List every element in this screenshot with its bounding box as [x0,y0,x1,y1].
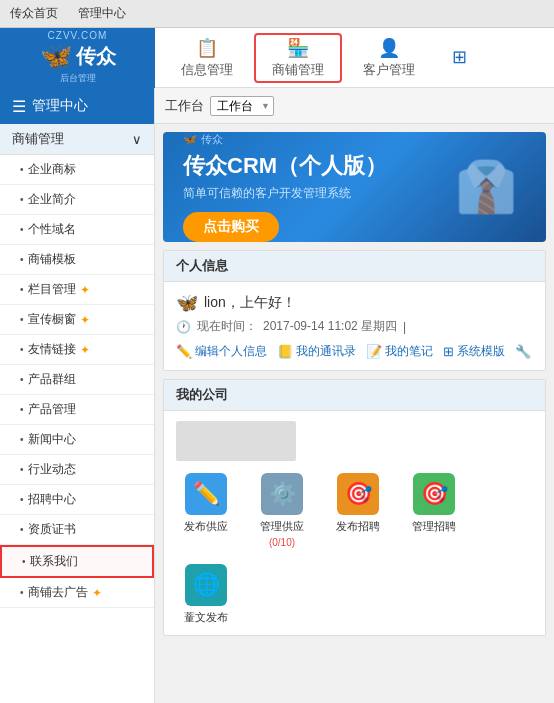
company-logo-placeholder [176,421,296,461]
personal-info-body: 🦋 lion，上午好！ 🕐 现在时间： 2017-09-14 11:02 星期四… [164,282,545,370]
banner-buy-button[interactable]: 点击购买 [183,212,279,242]
toolbar-select[interactable]: 工作台 [210,96,274,116]
addressbook-icon: 📒 [277,344,293,359]
sidebar-item-custom-domain[interactable]: • 个性域名 [0,215,154,245]
quick-action-manage-job[interactable]: 🎯 管理招聘 [404,473,464,548]
top-nav: 传众首页 管理中心 [0,0,554,28]
edit-icon: ✏️ [176,344,192,359]
sidebar-item-news-center[interactable]: • 新闻中心 [0,425,154,455]
star-icon: ✦ [80,343,90,357]
personal-info-header: 个人信息 [164,251,545,282]
bullet-icon: • [20,284,24,295]
sidebar-header: ☰ 管理中心 [0,88,154,124]
greeting-text: lion，上午好！ [204,294,296,312]
toolbar: 工作台 工作台 [155,88,554,124]
bullet-icon: • [20,524,24,535]
time-row: 🕐 现在时间： 2017-09-14 11:02 星期四 | [176,318,533,335]
sidebar-title: 管理中心 [32,97,88,115]
gear-icon: 🔧 [515,344,531,359]
tab-more[interactable]: ⊞ [436,33,483,83]
manage-supply-icon: ⚙️ [261,473,303,515]
logo-area: CZVV.COM 🦋 传众 后台管理 [0,28,155,88]
customer-icon: 👤 [378,37,400,59]
publish-english-icon: 🌐 [185,564,227,606]
tab-info-mgmt[interactable]: 📋 信息管理 [165,33,249,83]
nav-admin[interactable]: 管理中心 [78,5,126,22]
edit-profile-link[interactable]: ✏️ 编辑个人信息 [176,343,267,360]
sidebar-item-company-logo[interactable]: • 企业商标 [0,155,154,185]
company-card: 我的公司 ✏️ 发布供应 ⚙️ 管理供应 (0/10) 🎯 发布招聘 [163,379,546,636]
sidebar-item-qualification[interactable]: • 资质证书 [0,515,154,545]
bullet-icon: • [20,344,24,355]
template-link[interactable]: ⊞ 系统模版 [443,343,505,360]
quick-action-publish-english[interactable]: 🌐 蕫文发布 [176,564,236,624]
sidebar-item-recruit-center[interactable]: • 招聘中心 [0,485,154,515]
main-content: 工作台 工作台 🦋 传众 传众CRM（个人版） 简单可信赖的客户开发管理系统 点… [155,88,554,703]
notes-icon: 📝 [366,344,382,359]
sidebar-item-promo-window[interactable]: • 宣传橱窗 ✦ [0,305,154,335]
quick-action-manage-supply[interactable]: ⚙️ 管理供应 (0/10) [252,473,312,548]
company-card-header: 我的公司 [164,380,545,411]
notes-link[interactable]: 📝 我的笔记 [366,343,433,360]
quick-action-publish-job[interactable]: 🎯 发布招聘 [328,473,388,548]
address-book-link[interactable]: 📒 我的通讯录 [277,343,356,360]
menu-icon: ☰ [12,97,26,116]
more-icon: ⊞ [452,46,467,68]
bullet-icon: • [20,464,24,475]
logo-subtitle: 后台管理 [60,72,96,85]
bullet-icon: • [20,434,24,445]
tab-shop-mgmt[interactable]: 🏪 商铺管理 [254,33,342,83]
info-icon: 📋 [196,37,218,59]
template-icon: ⊞ [443,344,454,359]
star-icon: ✦ [92,586,102,600]
personal-info-card: 个人信息 🦋 lion，上午好！ 🕐 现在时间： 2017-09-14 11:0… [163,250,546,371]
publish-job-icon: 🎯 [337,473,379,515]
sidebar-item-shop-template[interactable]: • 商铺模板 [0,245,154,275]
bullet-icon: • [20,254,24,265]
settings-link[interactable]: 🔧 [515,343,531,360]
bullet-icon: • [20,404,24,415]
header-tabs: 📋 信息管理 🏪 商铺管理 👤 客户管理 ⊞ [155,28,554,87]
shop-icon: 🏪 [287,37,309,59]
bullet-icon: • [20,224,24,235]
company-card-body: ✏️ 发布供应 ⚙️ 管理供应 (0/10) 🎯 发布招聘 🎯 管理招聘 [164,411,545,635]
bullet-icon: • [22,556,26,567]
sidebar-item-column-mgmt[interactable]: • 栏目管理 ✦ [0,275,154,305]
bullet-icon: • [20,194,24,205]
bullet-icon: • [20,314,24,325]
bullet-icon: • [20,374,24,385]
toolbar-select-wrap[interactable]: 工作台 [210,96,274,116]
tab-customer-mgmt[interactable]: 👤 客户管理 [347,33,431,83]
publish-supply-icon: ✏️ [185,473,227,515]
bullet-icon: • [20,164,24,175]
sidebar-item-product-group[interactable]: • 产品群组 [0,365,154,395]
manage-job-icon: 🎯 [413,473,455,515]
sidebar: ☰ 管理中心 商铺管理 ∨ • 企业商标 • 企业简介 • 个性域名 • 商铺模… [0,88,155,703]
toolbar-label: 工作台 [165,97,204,115]
sidebar-item-remove-ads[interactable]: • 商铺去广告 ✦ [0,578,154,608]
bullet-icon: • [20,587,24,598]
nav-home[interactable]: 传众首页 [10,5,58,22]
sidebar-item-company-intro[interactable]: • 企业简介 [0,185,154,215]
sidebar-section-shop[interactable]: 商铺管理 ∨ [0,124,154,155]
logo-domain: CZVV.COM [48,30,108,41]
banner-person-decoration: 👔 [436,132,536,242]
sidebar-item-industry-news[interactable]: • 行业动态 [0,455,154,485]
quick-actions: ✏️ 发布供应 ⚙️ 管理供应 (0/10) 🎯 发布招聘 🎯 管理招聘 [176,473,533,625]
sidebar-item-friend-links[interactable]: • 友情链接 ✦ [0,335,154,365]
clock-icon: 🕐 [176,320,191,334]
star-icon: ✦ [80,313,90,327]
user-greeting: 🦋 lion，上午好！ [176,292,533,314]
sidebar-item-product-mgmt[interactable]: • 产品管理 [0,395,154,425]
action-links: ✏️ 编辑个人信息 📒 我的通讯录 📝 我的笔记 ⊞ 系统模版 [176,343,533,360]
logo-main: 🦋 传众 [40,41,116,72]
chevron-icon: ∨ [132,132,142,147]
quick-action-publish-supply[interactable]: ✏️ 发布供应 [176,473,236,548]
user-avatar-icon: 🦋 [176,292,198,314]
banner: 🦋 传众 传众CRM（个人版） 简单可信赖的客户开发管理系统 点击购买 👔 [163,132,546,242]
content-area: ☰ 管理中心 商铺管理 ∨ • 企业商标 • 企业简介 • 个性域名 • 商铺模… [0,88,554,703]
sidebar-item-contact-us[interactable]: • 联系我们 [0,545,154,578]
main-header: CZVV.COM 🦋 传众 后台管理 📋 信息管理 🏪 商铺管理 👤 客户管理 … [0,28,554,88]
star-icon: ✦ [80,283,90,297]
bullet-icon: • [20,494,24,505]
